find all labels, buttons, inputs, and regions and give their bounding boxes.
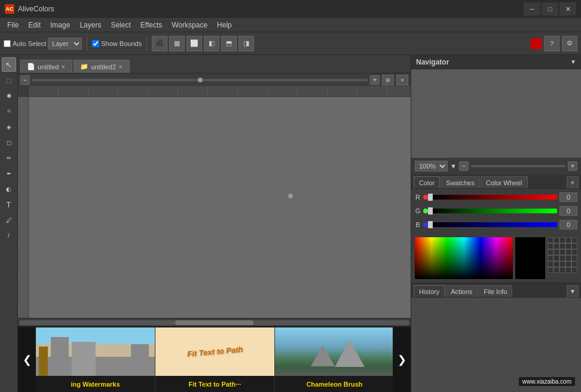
swatch-cell[interactable] (565, 249, 571, 255)
navigator-zoom-down-btn[interactable]: ▼ (450, 163, 457, 170)
fit-view-btn[interactable]: ⊞ (382, 75, 394, 85)
swatch-cell[interactable] (554, 255, 559, 261)
scroll-thumb-h[interactable] (175, 320, 253, 325)
layer-select[interactable]: Layer Group (48, 38, 82, 50)
history-tab-history[interactable]: History (414, 285, 445, 297)
scroll-track-h[interactable] (19, 320, 409, 325)
channel-slider-b[interactable] (430, 222, 557, 227)
swatch-cell[interactable] (548, 237, 554, 243)
paint-bucket-btn[interactable]: ◈ (2, 120, 16, 134)
align-btn-1[interactable]: ⬛ (152, 36, 167, 51)
canvas-tab-1[interactable]: 📄 untitled ✕ (20, 60, 72, 73)
horizontal-scrollbar[interactable] (18, 318, 411, 326)
swatch-cell[interactable] (548, 249, 554, 255)
swatch-cell[interactable] (548, 255, 554, 261)
brush-tool-btn[interactable]: ✏ (2, 151, 16, 165)
align-btn-3[interactable]: ⬜ (186, 36, 202, 51)
menu-item-effects[interactable]: Effects (136, 20, 167, 30)
align-btn-4[interactable]: ◧ (204, 36, 219, 51)
swatch-cell[interactable] (565, 255, 571, 261)
filmstrip-next-btn[interactable]: ❯ (393, 327, 411, 392)
color-swatch-black[interactable] (515, 237, 545, 279)
zoom-minus-top[interactable]: − (20, 75, 30, 85)
swatch-cell[interactable] (559, 267, 565, 273)
menu-item-edit[interactable]: Edit (23, 20, 45, 30)
menu-item-layers[interactable]: Layers (75, 20, 106, 30)
maximize-button[interactable]: □ (542, 2, 558, 16)
pen-tool-btn[interactable]: 🖊 (2, 213, 16, 227)
settings-button[interactable]: ⚙ (562, 36, 577, 51)
navigator-zoom-minus[interactable]: − (459, 161, 469, 171)
color-panel-menu-btn[interactable]: ≡ (567, 176, 579, 188)
color-tab-wheel[interactable]: Color Wheel (481, 176, 528, 188)
swatch-cell[interactable] (571, 243, 577, 249)
zoom-plus-top[interactable]: + (370, 75, 380, 85)
canvas-workspace[interactable] (29, 97, 411, 318)
menu-item-workspace[interactable]: Workspace (167, 20, 212, 30)
crop-tool-btn[interactable]: ⌗ (2, 104, 16, 118)
swatch-cell[interactable] (559, 255, 565, 261)
filmstrip-prev-btn[interactable]: ❮ (18, 327, 36, 392)
swatch-cell[interactable] (548, 261, 554, 267)
swatch-cell[interactable] (565, 267, 571, 273)
swatch-cell[interactable] (565, 237, 571, 243)
swatch-cell[interactable] (565, 243, 571, 249)
channel-slider-g[interactable] (430, 209, 557, 213)
channel-val-r[interactable]: 0 (559, 192, 577, 202)
dodge-tool-btn[interactable]: ◐ (2, 182, 16, 196)
swatch-cell[interactable] (554, 249, 559, 255)
swatch-cell[interactable] (554, 237, 559, 243)
eraser-tool-btn[interactable]: ◻ (2, 135, 16, 149)
pencil-tool-btn[interactable]: ✒ (2, 166, 16, 180)
align-btn-2[interactable]: ▦ (169, 36, 185, 51)
align-btn-6[interactable]: ◨ (238, 36, 254, 51)
filmstrip-item-2[interactable]: Fit Text to Path Fit Text to Path··· (155, 327, 275, 392)
swatch-cell[interactable] (571, 261, 577, 267)
swatch-cell[interactable] (554, 267, 559, 273)
auto-select-checkbox-wrapper[interactable]: Auto Select (4, 40, 46, 47)
swatch-cell[interactable] (554, 261, 559, 267)
navigator-zoom-select[interactable]: 100% 25% 50% 200% (415, 161, 448, 172)
move-tool-btn[interactable]: ↖ (2, 57, 16, 72)
swatch-cell[interactable] (559, 261, 565, 267)
navigator-zoom-plus[interactable]: + (568, 161, 577, 171)
zoom-slider-top[interactable] (32, 79, 368, 81)
menu-item-select[interactable]: Select (106, 20, 135, 30)
filmstrip-item-3[interactable]: Chameleon Brush (275, 327, 393, 392)
canvas-tab-2[interactable]: 📁 untitled2 ✕ (74, 60, 130, 73)
lasso-tool-btn[interactable]: ✱ (2, 88, 16, 103)
auto-select-checkbox[interactable] (4, 40, 11, 47)
swatch-cell[interactable] (559, 243, 565, 249)
swatch-cell[interactable] (559, 237, 565, 243)
navigator-collapse-btn[interactable]: ▼ (570, 59, 576, 65)
navigator-zoom-slider[interactable] (471, 165, 565, 167)
color-tab-swatches[interactable]: Swatches (441, 176, 480, 188)
filmstrip-item-1[interactable]: ing Watermarks (36, 327, 155, 392)
color-tab-color[interactable]: Color (414, 176, 440, 188)
channel-slider-r[interactable] (430, 195, 557, 200)
swatch-cell[interactable] (571, 255, 577, 261)
canvas-tab-close-1[interactable]: ✕ (61, 64, 66, 70)
swatch-cell[interactable] (571, 267, 577, 273)
view-options-btn[interactable]: ≡ (396, 75, 408, 85)
swatch-cell[interactable] (565, 261, 571, 267)
history-panel-menu-btn[interactable]: ▼ (567, 285, 579, 297)
swatch-cell[interactable] (559, 249, 565, 255)
canvas-tab-close-2[interactable]: ✕ (118, 64, 123, 70)
show-bounds-checkbox[interactable] (92, 40, 99, 47)
swatch-cell[interactable] (571, 249, 577, 255)
history-tab-actions[interactable]: Actions (445, 285, 478, 297)
menu-item-file[interactable]: File (2, 20, 23, 30)
swatch-cell[interactable] (554, 243, 559, 249)
swatch-cell[interactable] (548, 267, 554, 273)
close-button[interactable]: ✕ (559, 2, 576, 16)
color-indicator[interactable] (531, 38, 542, 49)
channel-val-g[interactable]: 0 (559, 206, 577, 216)
menu-item-image[interactable]: Image (45, 20, 75, 30)
swatch-cell[interactable] (571, 237, 577, 243)
text-tool-btn[interactable]: T (2, 197, 16, 212)
color-spectrum[interactable] (415, 237, 513, 279)
minimize-button[interactable]: ─ (524, 2, 540, 16)
marquee-tool-btn[interactable]: ⬚ (2, 73, 16, 87)
show-bounds-checkbox-wrapper[interactable]: Show Bounds (92, 40, 142, 47)
